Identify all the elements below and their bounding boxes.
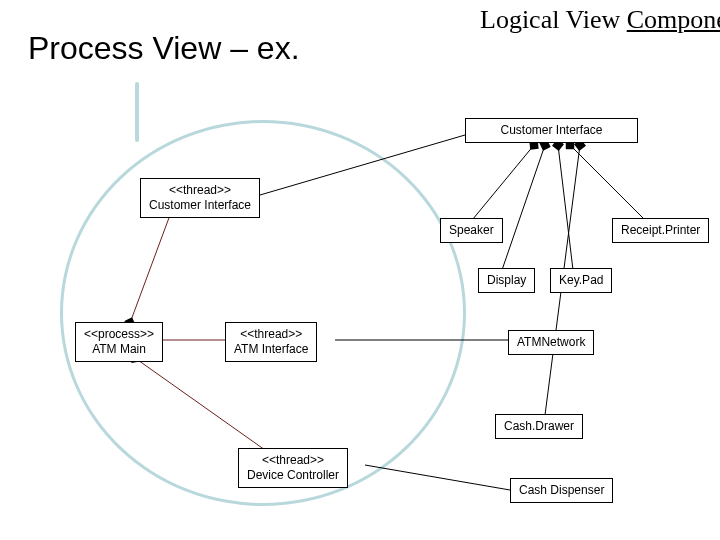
page-title: Process View – ex.	[28, 30, 300, 67]
label: Display	[487, 273, 526, 288]
label: ATMNetwork	[517, 335, 585, 350]
box-customer-interface-thread: <<thread>> Customer Interface	[140, 178, 260, 218]
diagram-canvas: { "titles": { "main": "Process View – ex…	[0, 0, 720, 540]
label: Speaker	[449, 223, 494, 238]
box-display: Display	[478, 268, 535, 293]
box-atm-main: <<process>> ATM Main	[75, 322, 163, 362]
label: Key.Pad	[559, 273, 603, 288]
svg-line-4	[502, 145, 545, 270]
label: Cash Dispenser	[519, 483, 604, 498]
box-customer-interface-lv: Customer Interface	[465, 118, 638, 143]
label: Receipt.Printer	[621, 223, 700, 238]
box-keypad: Key.Pad	[550, 268, 612, 293]
label: Device Controller	[247, 468, 339, 483]
stereotype: <<thread>>	[149, 183, 251, 198]
label: ATM Interface	[234, 342, 308, 357]
label: Customer Interface	[149, 198, 251, 213]
box-cash-dispenser: Cash Dispenser	[510, 478, 613, 503]
label: Customer Interface	[474, 123, 629, 138]
box-device-controller: <<thread>> Device Controller	[238, 448, 348, 488]
box-speaker: Speaker	[440, 218, 503, 243]
stereotype: <<thread>>	[234, 327, 308, 342]
label: Cash.Drawer	[504, 419, 574, 434]
label: ATM Main	[84, 342, 154, 357]
box-receipt-printer: Receipt.Printer	[612, 218, 709, 243]
svg-line-6	[570, 145, 650, 225]
stereotype: <<thread>>	[247, 453, 339, 468]
svg-line-3	[468, 145, 534, 225]
box-atm-network: ATMNetwork	[508, 330, 594, 355]
svg-line-5	[558, 145, 573, 270]
subtitle-line2: Components	[627, 5, 720, 34]
stereotype: <<process>>	[84, 327, 154, 342]
box-atm-interface: <<thread>> ATM Interface	[225, 322, 317, 362]
svg-line-10	[365, 465, 510, 490]
subtitle-line1: Logical View	[480, 5, 620, 34]
circle-stub	[135, 82, 139, 142]
box-cash-drawer: Cash.Drawer	[495, 414, 583, 439]
subtitle: Logical View Components	[480, 6, 720, 35]
